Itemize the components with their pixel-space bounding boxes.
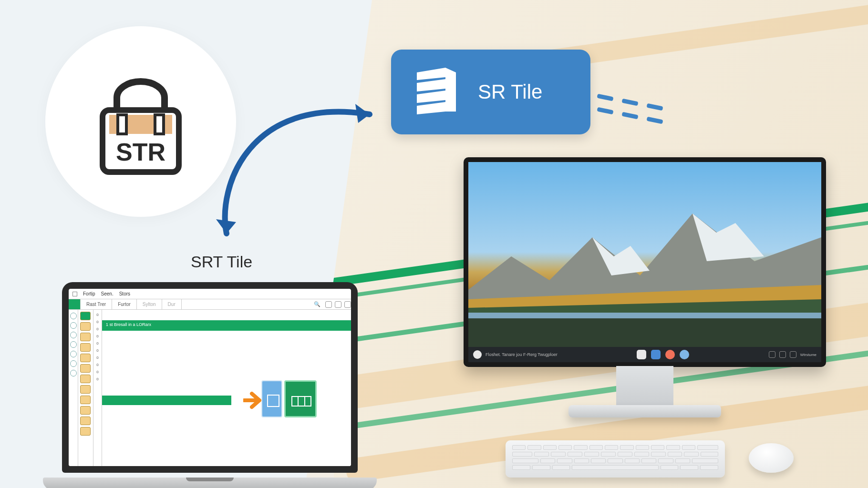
layer-thumb[interactable] xyxy=(80,312,91,320)
monitor-screen: Floshet. Tanare jou F-Rerg Twugploer Wtr… xyxy=(468,162,821,362)
rail-button[interactable] xyxy=(70,322,77,329)
row-number: 0 xyxy=(96,377,98,381)
layer-thumb[interactable] xyxy=(80,417,91,425)
srt-caption: SRT Tile xyxy=(191,253,252,271)
row-number: 0 xyxy=(96,370,98,374)
svg-marker-9 xyxy=(417,91,445,103)
layer-thumb[interactable] xyxy=(80,375,91,383)
start-button[interactable] xyxy=(473,350,482,359)
tray-icon[interactable] xyxy=(779,351,786,358)
tool-rail xyxy=(69,310,78,466)
row-number: 0 xyxy=(96,348,98,353)
monitor-bezel: Floshet. Tanare jou F-Rerg Twugploer Wtr… xyxy=(464,157,826,367)
toolbar-icon[interactable] xyxy=(344,301,351,308)
svg-marker-6 xyxy=(216,219,236,234)
arrow-right-icon xyxy=(243,391,263,410)
rail-button[interactable] xyxy=(70,313,77,319)
taskbar-app-icon[interactable] xyxy=(637,350,646,359)
keyboard xyxy=(506,440,725,478)
layer-thumb[interactable] xyxy=(80,427,91,436)
rail-button[interactable] xyxy=(70,370,77,376)
taskbar-app-icon[interactable] xyxy=(665,350,675,359)
row-number: 0 xyxy=(96,313,98,317)
laptop: Fortip Seen. Stors Rast Trer Furtor Sylt… xyxy=(43,282,377,487)
server-stack-icon xyxy=(412,66,460,118)
sr-tile-card: SR Tile xyxy=(391,50,590,134)
laptop-notch xyxy=(186,478,234,481)
taskbar-app-icon[interactable] xyxy=(680,350,689,359)
number-column: 0 0 0 0 0 0 0 0 0 0 xyxy=(93,310,102,466)
svg-rect-17 xyxy=(468,313,821,318)
row-number: 0 xyxy=(96,334,98,338)
svg-rect-3 xyxy=(155,115,164,134)
tile-preview-green[interactable] xyxy=(284,380,317,417)
monitor-foot xyxy=(568,405,721,417)
tray-icon[interactable] xyxy=(769,351,775,358)
rail-button[interactable] xyxy=(70,360,77,367)
sr-tile-label: SR Tile xyxy=(478,81,542,103)
layer-column xyxy=(78,310,93,466)
str-badge: STR xyxy=(45,26,236,217)
app-body: 0 0 0 0 0 0 0 0 0 0 1 st Bresall in a LO… xyxy=(69,310,351,466)
row-number: 0 xyxy=(96,356,98,360)
toolbar-col[interactable]: Furtor xyxy=(112,299,137,309)
svg-marker-11 xyxy=(445,68,456,112)
menu-item[interactable]: Seen. xyxy=(101,291,114,296)
svg-marker-5 xyxy=(355,104,370,123)
svg-rect-2 xyxy=(118,115,126,134)
app-menubar: Fortip Seen. Stors xyxy=(69,289,351,299)
layer-thumb[interactable] xyxy=(80,322,91,331)
row-number: 0 xyxy=(96,327,98,331)
laptop-base xyxy=(43,478,377,488)
laptop-screen: Fortip Seen. Stors Rast Trer Furtor Sylt… xyxy=(69,289,351,466)
timeline-bar[interactable] xyxy=(102,396,231,405)
app-toolbar: Rast Trer Furtor Sylton Dur 🔍 xyxy=(69,299,351,310)
layer-thumb[interactable] xyxy=(80,354,91,362)
toolbar-col[interactable]: Sylton xyxy=(137,299,162,309)
layer-thumb[interactable] xyxy=(80,364,91,373)
menu-item[interactable]: Fortip xyxy=(83,291,95,296)
row-number: 0 xyxy=(96,320,98,324)
tray-label: Wtrstume xyxy=(800,353,816,357)
layer-thumb[interactable] xyxy=(80,396,91,404)
svg-text:STR: STR xyxy=(116,138,165,166)
editor-canvas[interactable]: 1 st Bresall in a LORarx xyxy=(102,310,351,466)
rail-button[interactable] xyxy=(70,351,77,357)
tile-preview-blue[interactable] xyxy=(261,380,282,417)
toolbar-icon[interactable] xyxy=(325,301,332,308)
desktop-monitor: Floshet. Tanare jou F-Rerg Twugploer Wtr… xyxy=(464,157,826,424)
toolbar-col[interactable]: Dur xyxy=(162,299,182,309)
svg-marker-8 xyxy=(417,79,445,92)
rail-button[interactable] xyxy=(70,341,77,348)
taskbar[interactable]: Floshet. Tanare jou F-Rerg Twugploer Wtr… xyxy=(468,347,821,362)
tray-icon[interactable] xyxy=(790,351,796,358)
toolbar-icon[interactable] xyxy=(335,301,341,308)
layer-thumb[interactable] xyxy=(80,385,91,394)
taskbar-center xyxy=(561,350,765,359)
taskbar-app-icon[interactable] xyxy=(651,350,661,359)
layer-thumb[interactable] xyxy=(80,333,91,341)
monitor-neck xyxy=(616,366,673,409)
layer-thumb[interactable] xyxy=(80,343,91,352)
window-control-icon[interactable] xyxy=(72,292,77,296)
toolbar-marker xyxy=(69,299,81,309)
menu-item[interactable]: Stors xyxy=(119,291,130,296)
wallpaper-landscape-icon xyxy=(468,204,821,318)
row-number: 0 xyxy=(96,363,98,367)
laptop-lid: Fortip Seen. Stors Rast Trer Furtor Sylt… xyxy=(62,282,358,473)
lock-bag-icon: STR xyxy=(88,64,193,179)
rail-button[interactable] xyxy=(70,332,77,338)
mouse xyxy=(749,443,794,473)
svg-marker-7 xyxy=(417,68,445,80)
search-icon[interactable]: 🔍 xyxy=(314,301,320,307)
taskbar-text: Floshet. Tanare jou F-Rerg Twugploer xyxy=(486,352,558,357)
row-number: 0 xyxy=(96,341,98,346)
dashed-connector xyxy=(597,92,740,120)
toolbar-col[interactable]: Rast Trer xyxy=(81,299,112,309)
svg-marker-10 xyxy=(417,102,445,114)
flow-arrow-icon xyxy=(212,67,403,248)
layer-thumb[interactable] xyxy=(80,406,91,415)
system-tray: Wtrstume xyxy=(769,351,816,358)
canvas-header-bar: 1 st Bresall in a LORarx xyxy=(102,320,351,331)
